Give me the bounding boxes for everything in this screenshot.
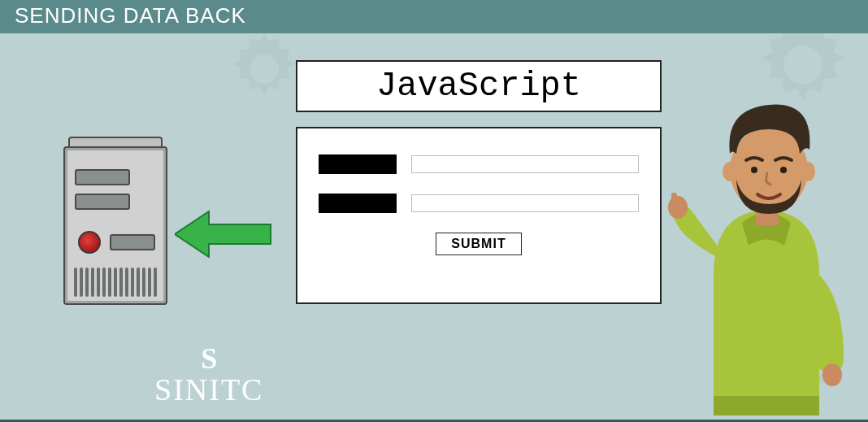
- header-title: SENDING DATA BACK: [15, 3, 246, 28]
- form-label-1: [319, 154, 397, 174]
- svg-point-1: [668, 196, 688, 219]
- form-input-2[interactable]: [411, 194, 639, 212]
- gear-decoration-icon: [228, 33, 301, 106]
- form-input-1[interactable]: [411, 155, 639, 173]
- arrow-left-icon: [175, 210, 272, 259]
- form-card: SUBMIT: [296, 127, 662, 304]
- form-row-2: [319, 194, 639, 213]
- header-bar: SENDING DATA BACK: [0, 0, 868, 33]
- svg-point-7: [801, 162, 815, 181]
- watermark: S SINITC: [154, 346, 263, 407]
- watermark-logo-icon: S: [154, 346, 263, 372]
- svg-point-9: [780, 167, 787, 173]
- form-label-2: [319, 194, 397, 213]
- svg-point-3: [822, 363, 842, 386]
- svg-marker-0: [175, 211, 271, 257]
- watermark-text: SINITC: [154, 372, 263, 407]
- form-row-1: [319, 154, 639, 174]
- server-icon: [63, 146, 167, 305]
- person-illustration: [665, 64, 868, 422]
- svg-point-8: [751, 167, 757, 173]
- svg-rect-10: [714, 396, 819, 415]
- svg-rect-2: [671, 193, 677, 209]
- svg-point-6: [723, 162, 737, 181]
- javascript-title-text: JavaScript: [376, 67, 581, 106]
- javascript-title-box: JavaScript: [296, 60, 662, 112]
- submit-button[interactable]: SUBMIT: [436, 233, 521, 255]
